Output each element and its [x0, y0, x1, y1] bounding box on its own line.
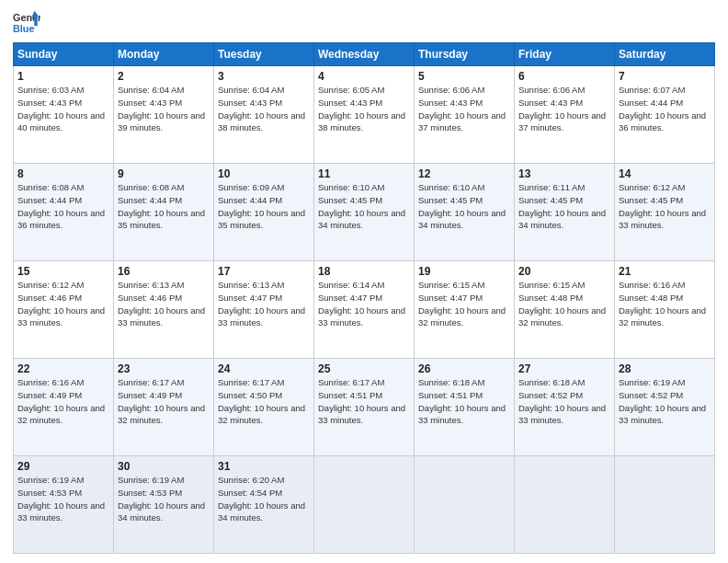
weekday-header-monday: Monday — [114, 43, 214, 66]
day-number: 6 — [518, 70, 610, 83]
day-info: Sunrise: 6:12 AMSunset: 4:46 PMDaylight:… — [17, 279, 109, 329]
page: General Blue SundayMondayTuesdayWednesda… — [0, 0, 728, 563]
weekday-header-thursday: Thursday — [415, 43, 515, 66]
day-cell-28: 28Sunrise: 6:19 AMSunset: 4:52 PMDayligh… — [615, 359, 715, 456]
day-cell-18: 18Sunrise: 6:14 AMSunset: 4:47 PMDayligh… — [314, 261, 415, 359]
day-number: 31 — [218, 460, 310, 473]
day-info: Sunrise: 6:07 AMSunset: 4:44 PMDaylight:… — [619, 84, 711, 134]
day-cell-16: 16Sunrise: 6:13 AMSunset: 4:46 PMDayligh… — [114, 261, 214, 359]
day-number: 16 — [118, 265, 210, 278]
day-number: 13 — [518, 167, 610, 180]
day-info: Sunrise: 6:15 AMSunset: 4:47 PMDaylight:… — [418, 279, 510, 329]
day-cell-21: 21Sunrise: 6:16 AMSunset: 4:48 PMDayligh… — [615, 261, 715, 359]
day-cell-12: 12Sunrise: 6:10 AMSunset: 4:45 PMDayligh… — [415, 164, 515, 261]
day-number: 12 — [418, 167, 510, 180]
day-number: 20 — [518, 265, 610, 278]
day-number: 28 — [619, 362, 711, 375]
day-info: Sunrise: 6:19 AMSunset: 4:52 PMDaylight:… — [619, 376, 711, 427]
day-cell-23: 23Sunrise: 6:17 AMSunset: 4:49 PMDayligh… — [114, 359, 214, 456]
day-cell-26: 26Sunrise: 6:18 AMSunset: 4:51 PMDayligh… — [415, 359, 515, 456]
day-number: 26 — [418, 362, 510, 375]
empty-cell — [314, 456, 415, 554]
day-number: 22 — [17, 362, 109, 375]
day-number: 23 — [118, 362, 210, 375]
day-number: 2 — [118, 70, 210, 83]
day-cell-25: 25Sunrise: 6:17 AMSunset: 4:51 PMDayligh… — [314, 359, 415, 456]
day-cell-15: 15Sunrise: 6:12 AMSunset: 4:46 PMDayligh… — [14, 261, 114, 359]
weekday-header-tuesday: Tuesday — [214, 43, 314, 66]
day-number: 24 — [218, 362, 310, 375]
day-cell-3: 3Sunrise: 6:04 AMSunset: 4:43 PMDaylight… — [214, 66, 314, 164]
day-cell-13: 13Sunrise: 6:11 AMSunset: 4:45 PMDayligh… — [515, 164, 615, 261]
day-cell-30: 30Sunrise: 6:19 AMSunset: 4:53 PMDayligh… — [114, 456, 214, 554]
day-info: Sunrise: 6:13 AMSunset: 4:46 PMDaylight:… — [118, 279, 210, 329]
day-cell-7: 7Sunrise: 6:07 AMSunset: 4:44 PMDaylight… — [615, 66, 715, 164]
day-info: Sunrise: 6:16 AMSunset: 4:49 PMDaylight:… — [17, 376, 109, 427]
day-number: 29 — [17, 460, 109, 473]
logo-icon: General Blue — [13, 9, 40, 37]
day-info: Sunrise: 6:04 AMSunset: 4:43 PMDaylight:… — [218, 84, 310, 134]
day-cell-6: 6Sunrise: 6:06 AMSunset: 4:43 PMDaylight… — [515, 66, 615, 164]
day-number: 10 — [218, 167, 310, 180]
header: General Blue — [13, 9, 715, 37]
day-cell-9: 9Sunrise: 6:08 AMSunset: 4:44 PMDaylight… — [114, 164, 214, 261]
day-number: 9 — [118, 167, 210, 180]
day-number: 8 — [17, 167, 109, 180]
empty-cell — [615, 456, 715, 554]
day-info: Sunrise: 6:19 AMSunset: 4:53 PMDaylight:… — [17, 474, 109, 524]
day-cell-27: 27Sunrise: 6:18 AMSunset: 4:52 PMDayligh… — [515, 359, 615, 456]
day-info: Sunrise: 6:18 AMSunset: 4:51 PMDaylight:… — [418, 376, 510, 427]
day-cell-29: 29Sunrise: 6:19 AMSunset: 4:53 PMDayligh… — [14, 456, 114, 554]
weekday-header-friday: Friday — [515, 43, 615, 66]
day-number: 30 — [118, 460, 210, 473]
day-info: Sunrise: 6:18 AMSunset: 4:52 PMDaylight:… — [518, 376, 610, 427]
day-info: Sunrise: 6:17 AMSunset: 4:51 PMDaylight:… — [318, 376, 410, 427]
empty-cell — [415, 456, 515, 554]
day-number: 21 — [619, 265, 711, 278]
day-number: 4 — [318, 70, 410, 83]
day-number: 15 — [17, 265, 109, 278]
day-number: 25 — [318, 362, 410, 375]
day-cell-14: 14Sunrise: 6:12 AMSunset: 4:45 PMDayligh… — [615, 164, 715, 261]
logo: General Blue — [13, 9, 40, 37]
day-info: Sunrise: 6:10 AMSunset: 4:45 PMDaylight:… — [418, 181, 510, 232]
weekday-header-wednesday: Wednesday — [314, 43, 415, 66]
day-info: Sunrise: 6:20 AMSunset: 4:54 PMDaylight:… — [218, 474, 310, 524]
day-number: 18 — [318, 265, 410, 278]
day-number: 11 — [318, 167, 410, 180]
day-info: Sunrise: 6:08 AMSunset: 4:44 PMDaylight:… — [118, 181, 210, 232]
day-info: Sunrise: 6:11 AMSunset: 4:45 PMDaylight:… — [518, 181, 610, 232]
day-cell-2: 2Sunrise: 6:04 AMSunset: 4:43 PMDaylight… — [114, 66, 214, 164]
day-number: 27 — [518, 362, 610, 375]
day-cell-31: 31Sunrise: 6:20 AMSunset: 4:54 PMDayligh… — [214, 456, 314, 554]
empty-cell — [515, 456, 615, 554]
day-number: 3 — [218, 70, 310, 83]
day-number: 14 — [619, 167, 711, 180]
day-number: 5 — [418, 70, 510, 83]
day-info: Sunrise: 6:06 AMSunset: 4:43 PMDaylight:… — [418, 84, 510, 134]
svg-text:Blue: Blue — [13, 23, 34, 34]
day-cell-10: 10Sunrise: 6:09 AMSunset: 4:44 PMDayligh… — [214, 164, 314, 261]
day-number: 7 — [619, 70, 711, 83]
day-info: Sunrise: 6:16 AMSunset: 4:48 PMDaylight:… — [619, 279, 711, 329]
day-info: Sunrise: 6:17 AMSunset: 4:50 PMDaylight:… — [218, 376, 310, 427]
day-info: Sunrise: 6:04 AMSunset: 4:43 PMDaylight:… — [118, 84, 210, 134]
day-info: Sunrise: 6:05 AMSunset: 4:43 PMDaylight:… — [318, 84, 410, 134]
weekday-header-sunday: Sunday — [14, 43, 114, 66]
day-cell-4: 4Sunrise: 6:05 AMSunset: 4:43 PMDaylight… — [314, 66, 415, 164]
day-info: Sunrise: 6:15 AMSunset: 4:48 PMDaylight:… — [518, 279, 610, 329]
day-cell-19: 19Sunrise: 6:15 AMSunset: 4:47 PMDayligh… — [415, 261, 515, 359]
day-info: Sunrise: 6:19 AMSunset: 4:53 PMDaylight:… — [118, 474, 210, 524]
day-cell-20: 20Sunrise: 6:15 AMSunset: 4:48 PMDayligh… — [515, 261, 615, 359]
day-info: Sunrise: 6:08 AMSunset: 4:44 PMDaylight:… — [17, 181, 109, 232]
day-info: Sunrise: 6:06 AMSunset: 4:43 PMDaylight:… — [518, 84, 610, 134]
calendar-table: SundayMondayTuesdayWednesdayThursdayFrid… — [13, 42, 715, 554]
weekday-header-saturday: Saturday — [615, 43, 715, 66]
day-info: Sunrise: 6:12 AMSunset: 4:45 PMDaylight:… — [619, 181, 711, 232]
day-info: Sunrise: 6:09 AMSunset: 4:44 PMDaylight:… — [218, 181, 310, 232]
day-number: 1 — [17, 70, 109, 83]
day-info: Sunrise: 6:14 AMSunset: 4:47 PMDaylight:… — [318, 279, 410, 329]
day-cell-5: 5Sunrise: 6:06 AMSunset: 4:43 PMDaylight… — [415, 66, 515, 164]
day-cell-1: 1Sunrise: 6:03 AMSunset: 4:43 PMDaylight… — [14, 66, 114, 164]
day-info: Sunrise: 6:03 AMSunset: 4:43 PMDaylight:… — [17, 84, 109, 134]
